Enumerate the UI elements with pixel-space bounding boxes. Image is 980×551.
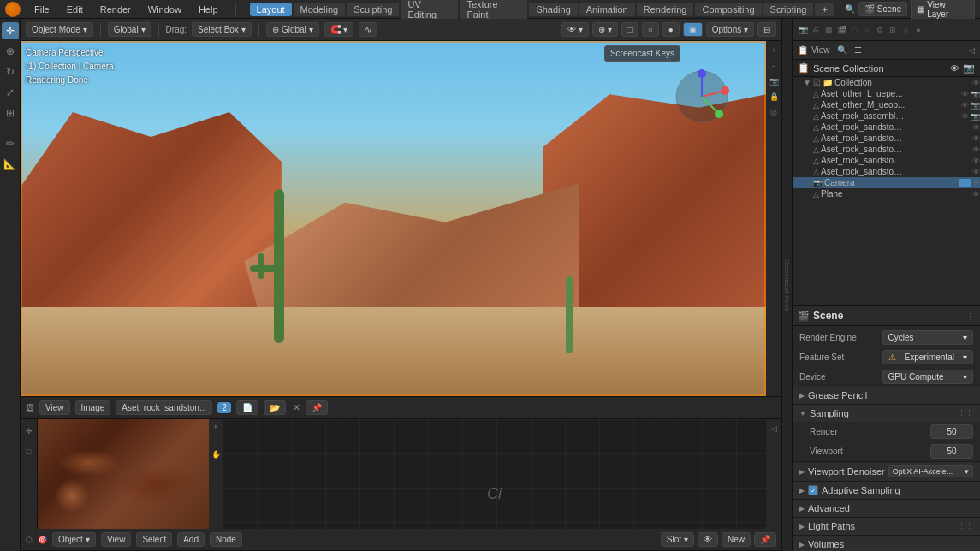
sampling-header[interactable]: ▼ Sampling ⋮⋮ — [793, 405, 980, 422]
scene-props-icon[interactable]: 🎬 — [836, 25, 846, 35]
tree-item-0[interactable]: △ Aset_other_L_uepe... 👁 📷 — [793, 88, 980, 99]
tree-item-camera[interactable]: 📷 Camera 👁 — [793, 177, 980, 188]
tab-scripting[interactable]: Scripting — [763, 3, 814, 16]
tool-scale[interactable]: ⤢ — [2, 84, 19, 101]
render-samples-value[interactable]: 50 — [930, 424, 973, 439]
tree-item-3[interactable]: △ Aset_rock_sandstone_L_rk... 👁 — [793, 121, 980, 133]
node-object-btn[interactable]: Object ▾ — [52, 532, 96, 547]
outliner-filter-icon[interactable]: ☰ — [854, 45, 862, 55]
plane-eye[interactable]: 👁 — [972, 190, 980, 198]
denoise-dropdown[interactable]: OptiX AI-Accele... ▾ — [888, 465, 973, 477]
menu-render[interactable]: Render — [97, 3, 134, 16]
device-dropdown[interactable]: GPU Compute ▾ — [882, 370, 974, 384]
output-props-icon[interactable]: 🖨 — [811, 25, 821, 35]
img-tool-select[interactable]: □ — [21, 443, 38, 460]
options-btn[interactable]: Options ▾ — [706, 22, 754, 37]
tab-add[interactable]: + — [815, 3, 834, 16]
item-eye-7[interactable]: 👁 — [972, 168, 980, 176]
view-zoom-icon[interactable]: + — [768, 44, 780, 56]
open-image-btn[interactable]: 📂 — [264, 400, 286, 415]
grease-pencil-header[interactable]: ▶ Grease Pencil — [793, 387, 980, 404]
tree-item-4[interactable]: △ Aset_rock_sandstone_L_rk... 👁 — [793, 133, 980, 144]
view-layer-props-icon[interactable]: ▦ — [823, 25, 834, 35]
tool-move[interactable]: ⊕ — [2, 43, 19, 60]
view-layer-selector[interactable]: ▦ View Layer — [911, 0, 975, 21]
outliner-view-menu[interactable]: View — [811, 45, 830, 55]
item-cam-0[interactable]: 📷 — [971, 90, 980, 98]
image-menu[interactable]: Image — [75, 400, 111, 415]
advanced-header[interactable]: ▶ Advanced — [793, 500, 980, 517]
tool-rotate[interactable]: ↻ — [2, 63, 19, 80]
tree-item-plane[interactable]: △ Plane 👁 — [793, 188, 980, 199]
menu-help[interactable]: Help — [195, 3, 222, 16]
tab-layout[interactable]: Layout — [250, 3, 292, 16]
drag-select-btn[interactable]: Select Box ▾ — [192, 22, 252, 37]
light-paths-options[interactable]: ⋮⋮ — [958, 522, 973, 530]
adaptive-sampling-header[interactable]: ▶ ✓ Adaptive Sampling — [793, 482, 980, 499]
tool-cursor[interactable]: ✛ — [2, 22, 19, 39]
image-close-btn[interactable]: ✕ — [293, 402, 300, 413]
slot-selector[interactable]: Slot ▾ — [661, 532, 694, 547]
scene-collection-cam[interactable]: 📷 — [963, 62, 975, 74]
tab-rendering[interactable]: Rendering — [637, 3, 694, 16]
item-eye-1[interactable]: 👁 — [961, 101, 969, 110]
item-eye-5[interactable]: 👁 — [972, 145, 980, 154]
data-props-icon[interactable]: △ — [900, 25, 911, 35]
render-props-icon[interactable]: 📷 — [798, 25, 808, 35]
zoom-in-icon[interactable]: + — [210, 421, 222, 433]
overlay-btn[interactable]: 👁 ▾ — [561, 22, 589, 37]
material-props-icon[interactable]: ● — [913, 25, 924, 35]
tree-item-6[interactable]: △ Aset_rock_sandstone_M_rk... 👁 — [793, 155, 980, 166]
viewport-shading-solid[interactable]: ○ — [642, 22, 659, 37]
item-eye-6[interactable]: 👁 — [972, 157, 980, 165]
image-tab-num[interactable]: 2 — [217, 402, 231, 413]
menu-edit[interactable]: Edit — [63, 3, 86, 16]
img-tool-cursor[interactable]: ✛ — [21, 423, 38, 440]
gizmo-btn[interactable]: ⊕ ▾ — [592, 22, 618, 37]
modifier-props-icon[interactable]: ⚙ — [875, 25, 885, 35]
view-menu[interactable]: View — [39, 400, 70, 415]
pin-image-btn[interactable]: 📌 — [306, 400, 328, 415]
viewport-shading-wire[interactable]: □ — [621, 22, 638, 37]
item-cam-2[interactable]: 📷 — [971, 112, 980, 121]
tree-item-collection[interactable]: ▼ ☑ 📁 Collection 👁 — [793, 77, 980, 88]
new-node-btn[interactable]: New — [722, 532, 751, 547]
item-cam-1[interactable]: 📷 — [971, 101, 980, 110]
view-local-icon[interactable]: ◎ — [768, 106, 780, 118]
render-engine-dropdown[interactable]: Cycles ▾ — [882, 330, 974, 345]
tab-animation[interactable]: Animation — [579, 3, 635, 16]
node-add-menu[interactable]: Add — [177, 532, 205, 547]
viewport-shading-render[interactable]: ◉ — [683, 22, 703, 37]
item-eye-3[interactable]: 👁 — [972, 123, 980, 132]
viewport-denoise-header[interactable]: ▶ Viewport Denoiser OptiX AI-Accele... ▾ — [793, 462, 980, 481]
node-node-menu[interactable]: Node — [210, 532, 242, 547]
tree-item-2[interactable]: △ Aset_rock_assembly_M... 👁 📷 — [793, 110, 980, 121]
adaptive-checkbox[interactable]: ✓ — [808, 485, 818, 495]
item-eye-4[interactable]: 👁 — [972, 134, 980, 143]
orientation-btn[interactable]: Global ▾ — [108, 22, 151, 37]
proportional-btn[interactable]: ∿ — [359, 22, 377, 37]
image-name-btn[interactable]: Aset_rock_sandston... — [116, 400, 212, 415]
menu-window[interactable]: Window — [145, 3, 185, 16]
view-zoomout-icon[interactable]: − — [768, 60, 780, 72]
prop-panel-options[interactable]: ⋮ — [966, 311, 975, 321]
node-select-menu[interactable]: Select — [136, 532, 172, 547]
transform-btn[interactable]: ⊕ Global ▾ — [266, 22, 319, 37]
tool-transform[interactable]: ⊞ — [2, 104, 19, 121]
scene-selector[interactable]: 🎬 Scene — [858, 2, 907, 16]
item-eye-0[interactable]: 👁 — [961, 90, 969, 98]
collection-vis-eye[interactable]: 👁 — [972, 79, 980, 87]
view-lock-icon[interactable]: 🔒 — [768, 91, 780, 103]
node-collapse-icon[interactable]: ◁ — [768, 423, 780, 435]
outliner-search-icon[interactable]: 🔍 — [837, 45, 847, 55]
light-paths-header[interactable]: ▶ Light Paths ⋮⋮ — [793, 518, 980, 535]
properties-scroll-area[interactable]: Render Engine Cycles ▾ Feature Set ⚠ Exp… — [793, 326, 980, 551]
constraint-props-icon[interactable]: ⊞ — [888, 25, 898, 35]
scene-collection-eye[interactable]: 👁 — [950, 63, 959, 74]
node-pin-btn[interactable]: 📌 — [754, 532, 776, 547]
volumes-header[interactable]: ▶ Volumes — [793, 536, 980, 551]
tool-annotate[interactable]: ✏ — [2, 135, 19, 152]
node-view-menu[interactable]: View — [101, 532, 132, 547]
tree-item-5[interactable]: △ Aset_rock_sandstone_L_rk... 👁 — [793, 144, 980, 155]
snap-btn[interactable]: 🧲 ▾ — [324, 22, 353, 37]
